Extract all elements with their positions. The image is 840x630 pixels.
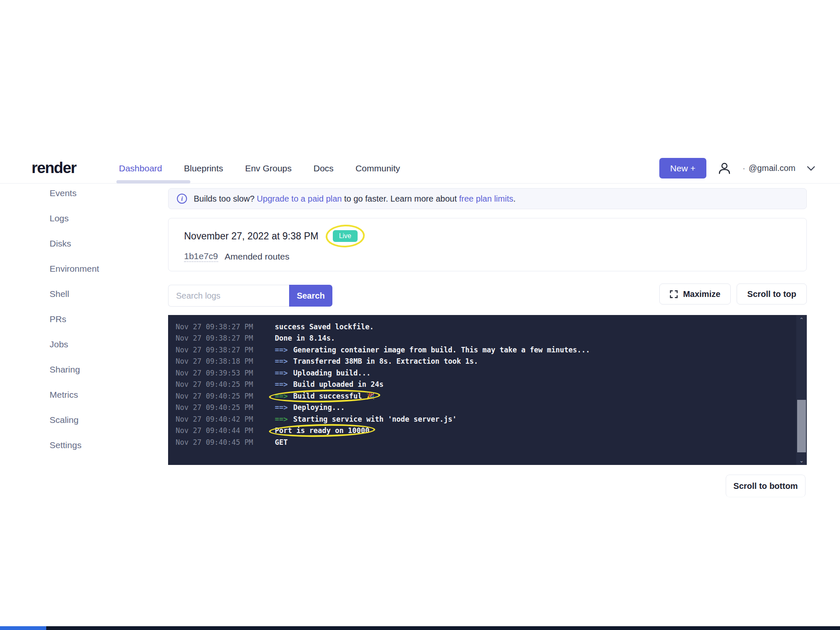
banner-text: Builds too slow? Upgrade to a paid plan … [194,194,516,204]
sidebar-item-label: Logs [50,213,69,223]
sidebar-item[interactable]: Environment [50,264,159,289]
nav-item[interactable]: Dashboard [119,163,162,173]
sidebar-item-label: Sharing [50,365,80,375]
log-arrow: ==> [275,392,288,400]
sidebar-item-label: Disks [50,239,71,249]
log-lines: Nov 27 09:38:27 PM ==> success Saved loc… [168,315,807,448]
sidebar-item[interactable]: Logs [50,213,159,239]
sidebar-item-label: Events [50,188,76,198]
sidebar-item[interactable]: Events [50,188,159,213]
log-message-group: ==> Build uploaded in 24s [275,380,384,388]
log-message: Uploading build... [293,369,371,377]
log-message-group: ==> Starting service with 'node server.j… [275,415,457,423]
scrollbar-thumb[interactable] [797,400,806,452]
new-button[interactable]: New + [659,158,706,178]
log-line: Nov 27 09:40:25 PM ==> Build uploaded in… [176,379,790,391]
log-message-group: ==> Generating container image from buil… [275,346,590,354]
log-line: Nov 27 09:40:25 PM ==> Deploying... [176,402,790,414]
log-arrow: ==> [275,380,288,388]
info-icon: i [177,194,187,204]
party-popper-emoji: 🎉 [366,392,374,400]
banner-segment: to go faster. Learn more about [342,194,459,203]
render-logo[interactable]: render [32,159,76,177]
maximize-icon [670,290,678,298]
nav-item[interactable]: Community [355,163,400,173]
log-timestamp: Nov 27 09:38:27 PM [176,323,275,331]
sidebar-item[interactable]: Scaling [50,415,159,440]
log-line: Nov 27 09:40:42 PM ==> Starting service … [176,413,790,425]
sidebar-item-label: Jobs [50,339,68,349]
scrollbar-down-icon[interactable]: ⌄ [796,456,807,465]
log-message-group: ==> Deploying... [275,403,345,412]
sidebar-item[interactable]: Shell [50,289,159,314]
log-message: Build uploaded in 24s [293,380,384,388]
commit-message: Amended routes [225,252,290,262]
render-dashboard-page: render DashboardBlueprintsEnv GroupsDocs… [0,0,840,630]
sidebar-item-label: PRs [50,314,66,324]
active-tab-indicator [116,180,190,184]
scroll-to-bottom-button[interactable]: Scroll to bottom [726,475,806,497]
sidebar-item[interactable]: Disks [50,239,159,264]
status-badge: Live [333,230,358,242]
log-search-row: Search [168,285,332,307]
log-message: Deploying... [293,403,345,412]
log-line: Nov 27 09:38:27 PM ==> Done in 8.14s. [176,333,790,344]
sidebar-item[interactable]: Jobs [50,339,159,365]
maximize-label: Maximize [683,289,720,299]
nav-item-label: Dashboard [119,163,162,173]
log-timestamp: Nov 27 09:40:25 PM [176,392,275,400]
log-message-group: ==> Port is ready on 10000 [275,426,369,435]
live-badge-wrap: Live [333,230,358,242]
terminal-scrollbar[interactable]: ⌃ ⌄ [796,315,807,465]
account-email[interactable]: ·@gmail.com [743,163,795,173]
banner-segment: Upgrade to a paid plan [257,194,342,203]
user-icon[interactable] [717,161,732,176]
log-timestamp: Nov 27 09:38:18 PM [176,357,275,365]
log-message-group: ==> Done in 8.14s. [275,334,335,342]
log-line: Nov 27 09:40:45 PM ==> GET [176,436,790,448]
sidebar-item-label: Scaling [50,415,79,425]
log-message: Transferred 38MB in 8s. Extraction took … [293,357,478,365]
sidebar-item[interactable]: Metrics [50,390,159,415]
sidebar-item-label: Settings [50,440,82,450]
search-button[interactable]: Search [289,285,332,307]
log-message-group: ==> Uploading build... [275,369,371,377]
email-prefix: · [743,163,745,173]
nav-item[interactable]: Env Groups [245,163,292,173]
log-toolbar-right: Maximize Scroll to top [659,284,807,304]
log-arrow: ==> [275,357,288,365]
scrollbar-up-icon[interactable]: ⌃ [796,315,807,324]
service-sidebar: EventsLogsDisksEnvironmentShellPRsJobsSh… [50,188,159,465]
nav-item[interactable]: Blueprints [184,163,223,173]
nav-item-label: Env Groups [245,163,292,173]
chevron-down-icon[interactable] [806,165,816,171]
top-navbar: render DashboardBlueprintsEnv GroupsDocs… [0,153,840,184]
nav-item-label: Community [355,163,400,173]
banner-segment: . [513,194,516,203]
log-message-group: ==> success Saved lockfile. [275,323,374,331]
log-terminal: Nov 27 09:38:27 PM ==> success Saved loc… [168,315,807,465]
sidebar-item[interactable]: Settings [50,440,159,465]
sidebar-item[interactable]: PRs [50,314,159,339]
banner-segment: Builds too slow? [194,194,257,203]
nav-item[interactable]: Docs [313,163,334,173]
log-timestamp: Nov 27 09:40:45 PM [176,438,275,446]
log-line: Nov 27 09:40:25 PM ==> Build successful … [176,390,790,402]
commit-hash-link[interactable]: 1b1e7c9 [184,251,218,262]
search-input[interactable] [168,285,289,307]
primary-nav: DashboardBlueprintsEnv GroupsDocsCommuni… [119,153,422,183]
log-timestamp: Nov 27 09:40:42 PM [176,415,275,423]
sidebar-item[interactable]: Sharing [50,365,159,390]
log-message: Starting service with 'node server.js' [293,415,457,423]
scroll-to-top-button[interactable]: Scroll to top [737,284,807,304]
header-right-cluster: New + ·@gmail.com [659,153,816,183]
log-line: Nov 27 09:38:18 PM ==> Transferred 38MB … [176,356,790,368]
sidebar-item-label: Metrics [50,390,78,400]
log-arrow: ==> [275,415,288,423]
log-message: Done in 8.14s. [275,334,335,342]
log-line: Nov 27 09:38:27 PM ==> success Saved loc… [176,321,790,333]
log-timestamp: Nov 27 09:38:27 PM [176,334,275,342]
email-text: @gmail.com [749,163,795,173]
log-arrow: ==> [275,403,288,412]
maximize-button[interactable]: Maximize [659,284,731,304]
